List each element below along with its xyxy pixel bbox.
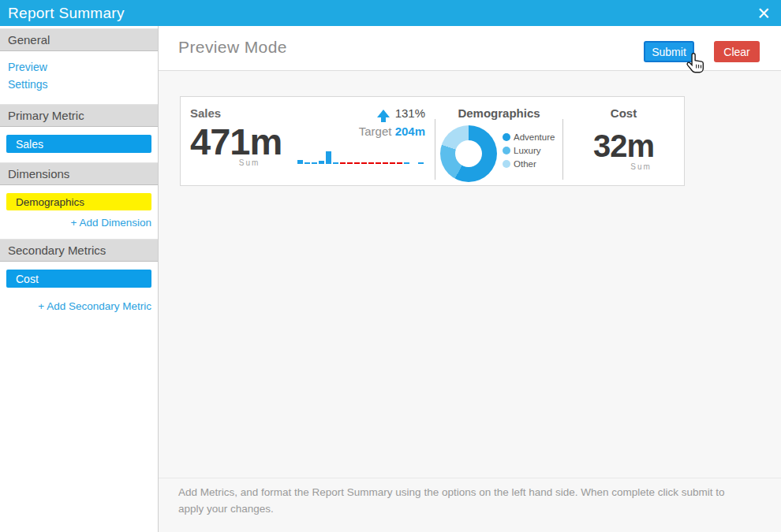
spark-bar <box>397 162 402 164</box>
dialog-titlebar: Report Summary × <box>0 0 781 26</box>
primary-metric-sales[interactable]: Sales <box>6 135 151 153</box>
legend-label: Luxury <box>514 146 541 155</box>
section-header-secondary-metrics: Secondary Metrics <box>0 239 158 262</box>
spark-bar <box>326 151 331 164</box>
up-arrow-icon <box>377 110 390 117</box>
submit-button[interactable]: Submit <box>644 41 694 62</box>
spark-bar <box>297 160 303 164</box>
spark-bar <box>383 162 388 164</box>
cost-aggregation: Sum <box>598 162 684 171</box>
cost-metric-panel: Cost 32m Sum <box>563 97 684 185</box>
demographics-label: Demographics <box>435 106 562 120</box>
sales-change-value: 131% <box>395 106 425 120</box>
legend-item: Other <box>503 159 555 169</box>
sales-target-block: Target 204m <box>297 123 425 167</box>
spark-bar <box>361 162 367 164</box>
sales-value: 471m <box>190 121 282 162</box>
preview-card: Sales 131% 471m Sum Target 204m <box>180 96 685 186</box>
spark-bar <box>305 162 310 164</box>
demographics-panel: Demographics AdventureLuxuryOther <box>435 97 562 185</box>
main-header: Preview Mode Submit Clear <box>159 26 781 71</box>
demographics-donut-chart <box>440 125 497 182</box>
spark-bar <box>390 162 395 164</box>
legend-dot-icon <box>503 147 510 154</box>
spark-bar <box>347 162 353 164</box>
close-icon[interactable]: × <box>757 2 770 24</box>
sales-value-block: 471m Sum <box>190 123 282 167</box>
cost-label: Cost <box>563 106 684 120</box>
target-label: Target <box>359 125 395 138</box>
main-panel: Preview Mode Submit Clear Sales 131% 471… <box>159 26 781 532</box>
section-header-primary-metric: Primary Metric <box>0 104 158 127</box>
demographics-legend: AdventureLuxuryOther <box>503 132 555 182</box>
sidebar-item-settings[interactable]: Settings <box>0 76 158 93</box>
footer-divider <box>159 478 781 478</box>
spark-bar <box>368 162 374 164</box>
page-title: Preview Mode <box>178 38 287 57</box>
dialog-title: Report Summary <box>8 5 125 22</box>
legend-item: Adventure <box>503 132 555 142</box>
dimension-demographics[interactable]: Demographics <box>6 193 151 210</box>
spark-bar <box>354 162 360 164</box>
spark-bar <box>376 162 381 164</box>
clear-button[interactable]: Clear <box>714 41 760 62</box>
add-secondary-metric-link[interactable]: + Add Secondary Metric <box>0 297 158 322</box>
sidebar: General Preview Settings Primary Metric … <box>0 26 159 532</box>
footer-help-text: Add Metrics, and format the Report Summa… <box>178 485 743 518</box>
legend-label: Other <box>514 159 536 169</box>
spark-bar <box>312 162 317 164</box>
target-value: 204m <box>395 125 425 138</box>
general-links: Preview Settings <box>0 51 158 104</box>
sales-label: Sales <box>190 106 221 120</box>
sales-change: 131% <box>377 106 425 120</box>
section-header-general: General <box>0 28 158 51</box>
report-summary-dialog: Report Summary × General Preview Setting… <box>0 0 781 532</box>
legend-dot-icon <box>503 160 510 168</box>
add-dimension-link[interactable]: + Add Dimension <box>0 214 158 239</box>
legend-label: Adventure <box>514 132 555 142</box>
sales-sparkline-chart <box>297 145 425 164</box>
cost-value: 32m <box>563 130 684 162</box>
sales-metric-panel: Sales 131% 471m Sum Target 204m <box>181 97 435 185</box>
secondary-metric-cost[interactable]: Cost <box>6 270 151 288</box>
spark-bar <box>404 162 409 164</box>
spark-bar <box>319 161 324 164</box>
spark-bar <box>333 162 338 164</box>
legend-item: Luxury <box>503 146 555 155</box>
sidebar-item-preview[interactable]: Preview <box>0 58 158 76</box>
legend-dot-icon <box>503 133 510 141</box>
target-line: Target 204m <box>297 125 425 138</box>
section-header-dimensions: Dimensions <box>0 162 158 185</box>
spark-bar <box>340 162 346 164</box>
spark-bar <box>418 162 424 164</box>
